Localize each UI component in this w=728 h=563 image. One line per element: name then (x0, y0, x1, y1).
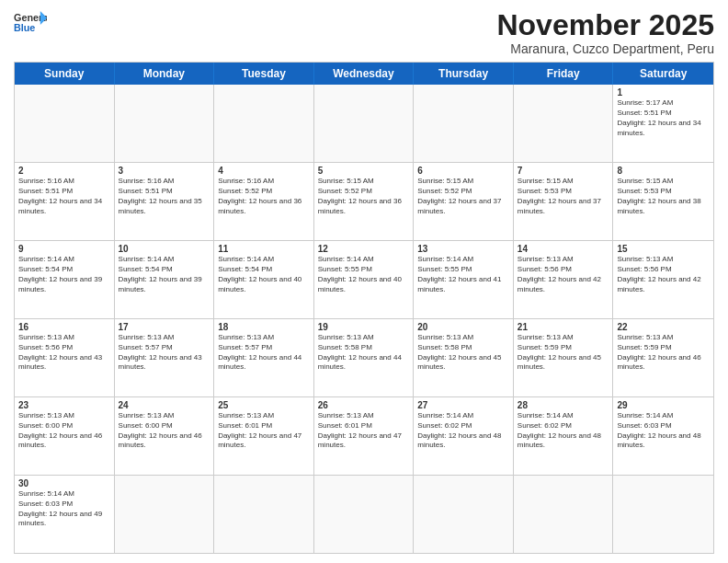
day-number: 28 (518, 400, 609, 410)
day-info: Sunrise: 5:13 AMSunset: 5:56 PMDaylight:… (617, 255, 710, 294)
calendar-cell: 8Sunrise: 5:15 AMSunset: 5:53 PMDaylight… (613, 163, 713, 240)
calendar: SundayMondayTuesdayWednesdayThursdayFrid… (14, 62, 714, 554)
calendar-cell: 16Sunrise: 5:13 AMSunset: 5:56 PMDayligh… (15, 319, 115, 396)
calendar-cell (15, 85, 115, 162)
calendar-cell (613, 476, 713, 553)
calendar-cell (314, 85, 415, 162)
day-number: 10 (119, 244, 210, 254)
header-day-tuesday: Tuesday (214, 63, 314, 85)
day-number: 29 (617, 400, 710, 410)
calendar-cell: 19Sunrise: 5:13 AMSunset: 5:58 PMDayligh… (314, 319, 415, 396)
calendar-cell: 7Sunrise: 5:15 AMSunset: 5:53 PMDaylight… (514, 163, 614, 240)
calendar-cell: 11Sunrise: 5:14 AMSunset: 5:54 PMDayligh… (214, 241, 314, 318)
day-info: Sunrise: 5:14 AMSunset: 5:55 PMDaylight:… (417, 255, 509, 294)
day-number: 2 (18, 166, 110, 176)
day-info: Sunrise: 5:14 AMSunset: 6:02 PMDaylight:… (417, 411, 509, 451)
day-info: Sunrise: 5:13 AMSunset: 5:58 PMDaylight:… (318, 333, 410, 373)
day-number: 21 (518, 322, 609, 332)
day-number: 9 (18, 244, 110, 254)
day-info: Sunrise: 5:15 AMSunset: 5:52 PMDaylight:… (417, 177, 509, 216)
header-day-sunday: Sunday (15, 63, 115, 85)
calendar-cell: 6Sunrise: 5:15 AMSunset: 5:52 PMDaylight… (414, 163, 514, 240)
generalblue-logo-icon: General Blue (14, 9, 47, 35)
day-info: Sunrise: 5:13 AMSunset: 5:57 PMDaylight:… (218, 333, 310, 373)
day-number: 11 (218, 244, 310, 254)
calendar-cell: 30Sunrise: 5:14 AMSunset: 6:03 PMDayligh… (15, 476, 115, 553)
day-info: Sunrise: 5:13 AMSunset: 5:56 PMDaylight:… (518, 255, 609, 294)
day-number: 27 (417, 400, 509, 410)
calendar-cell: 27Sunrise: 5:14 AMSunset: 6:02 PMDayligh… (414, 397, 514, 475)
day-number: 6 (417, 166, 509, 176)
calendar-cell: 9Sunrise: 5:14 AMSunset: 5:54 PMDaylight… (15, 241, 115, 318)
day-number: 25 (218, 400, 310, 410)
day-number: 19 (318, 322, 410, 332)
day-number: 3 (119, 166, 210, 176)
day-info: Sunrise: 5:13 AMSunset: 5:59 PMDaylight:… (518, 333, 609, 373)
day-number: 5 (318, 166, 410, 176)
calendar-cell (214, 476, 314, 553)
day-number: 15 (617, 244, 710, 254)
day-info: Sunrise: 5:15 AMSunset: 5:53 PMDaylight:… (518, 177, 609, 216)
calendar-cell (414, 476, 514, 553)
calendar-cell (115, 85, 215, 162)
day-info: Sunrise: 5:14 AMSunset: 6:03 PMDaylight:… (18, 489, 110, 529)
day-info: Sunrise: 5:15 AMSunset: 5:52 PMDaylight:… (318, 177, 410, 216)
day-info: Sunrise: 5:15 AMSunset: 5:53 PMDaylight:… (617, 177, 710, 216)
calendar-cell: 23Sunrise: 5:13 AMSunset: 6:00 PMDayligh… (15, 397, 115, 475)
calendar-row-5: 30Sunrise: 5:14 AMSunset: 6:03 PMDayligh… (15, 475, 713, 553)
day-number: 24 (119, 400, 210, 410)
calendar-cell: 13Sunrise: 5:14 AMSunset: 5:55 PMDayligh… (414, 241, 514, 318)
day-number: 20 (417, 322, 509, 332)
day-number: 18 (218, 322, 310, 332)
header-day-thursday: Thursday (414, 63, 514, 85)
header-day-wednesday: Wednesday (314, 63, 415, 85)
calendar-cell: 3Sunrise: 5:16 AMSunset: 5:51 PMDaylight… (115, 163, 215, 240)
day-number: 22 (617, 322, 710, 332)
day-info: Sunrise: 5:13 AMSunset: 6:00 PMDaylight:… (18, 411, 110, 451)
day-number: 13 (417, 244, 509, 254)
day-info: Sunrise: 5:13 AMSunset: 5:58 PMDaylight:… (417, 333, 509, 373)
calendar-cell: 14Sunrise: 5:13 AMSunset: 5:56 PMDayligh… (514, 241, 614, 318)
calendar-cell: 18Sunrise: 5:13 AMSunset: 5:57 PMDayligh… (214, 319, 314, 396)
calendar-cell: 26Sunrise: 5:13 AMSunset: 6:01 PMDayligh… (314, 397, 415, 475)
day-number: 4 (218, 166, 310, 176)
day-number: 16 (18, 322, 110, 332)
calendar-cell: 17Sunrise: 5:13 AMSunset: 5:57 PMDayligh… (115, 319, 215, 396)
calendar-cell (514, 476, 614, 553)
calendar-row-3: 16Sunrise: 5:13 AMSunset: 5:56 PMDayligh… (15, 318, 713, 396)
location-subtitle: Maranura, Cuzco Department, Peru (496, 41, 714, 56)
calendar-cell: 12Sunrise: 5:14 AMSunset: 5:55 PMDayligh… (314, 241, 415, 318)
day-info: Sunrise: 5:14 AMSunset: 5:55 PMDaylight:… (318, 255, 410, 294)
day-number: 26 (318, 400, 410, 410)
day-number: 12 (318, 244, 410, 254)
day-number: 14 (518, 244, 609, 254)
title-block: November 2025 Maranura, Cuzco Department… (496, 9, 714, 56)
calendar-cell: 5Sunrise: 5:15 AMSunset: 5:52 PMDaylight… (314, 163, 415, 240)
day-info: Sunrise: 5:13 AMSunset: 5:56 PMDaylight:… (18, 333, 110, 373)
calendar-cell: 29Sunrise: 5:14 AMSunset: 6:03 PMDayligh… (613, 397, 713, 475)
day-info: Sunrise: 5:14 AMSunset: 6:03 PMDaylight:… (617, 411, 710, 451)
day-info: Sunrise: 5:13 AMSunset: 5:59 PMDaylight:… (617, 333, 710, 373)
calendar-cell: 1Sunrise: 5:17 AMSunset: 5:51 PMDaylight… (613, 85, 713, 162)
calendar-cell: 20Sunrise: 5:13 AMSunset: 5:58 PMDayligh… (414, 319, 514, 396)
day-number: 17 (119, 322, 210, 332)
calendar-cell: 22Sunrise: 5:13 AMSunset: 5:59 PMDayligh… (613, 319, 713, 396)
day-info: Sunrise: 5:16 AMSunset: 5:52 PMDaylight:… (218, 177, 310, 216)
month-title: November 2025 (496, 9, 714, 41)
svg-text:Blue: Blue (14, 22, 35, 33)
calendar-row-4: 23Sunrise: 5:13 AMSunset: 6:00 PMDayligh… (15, 396, 713, 475)
page: General Blue November 2025 Maranura, Cuz… (0, 0, 728, 563)
day-number: 30 (18, 478, 110, 488)
calendar-cell: 25Sunrise: 5:13 AMSunset: 6:01 PMDayligh… (214, 397, 314, 475)
calendar-cell (115, 476, 215, 553)
day-info: Sunrise: 5:17 AMSunset: 5:51 PMDaylight:… (617, 98, 710, 138)
header-day-friday: Friday (514, 63, 614, 85)
day-number: 7 (518, 166, 609, 176)
day-info: Sunrise: 5:13 AMSunset: 6:00 PMDaylight:… (119, 411, 210, 451)
day-number: 23 (18, 400, 110, 410)
calendar-row-2: 9Sunrise: 5:14 AMSunset: 5:54 PMDaylight… (15, 240, 713, 318)
header-day-saturday: Saturday (613, 63, 713, 85)
calendar-cell: 24Sunrise: 5:13 AMSunset: 6:00 PMDayligh… (115, 397, 215, 475)
day-info: Sunrise: 5:14 AMSunset: 5:54 PMDaylight:… (218, 255, 310, 294)
day-number: 8 (617, 166, 710, 176)
